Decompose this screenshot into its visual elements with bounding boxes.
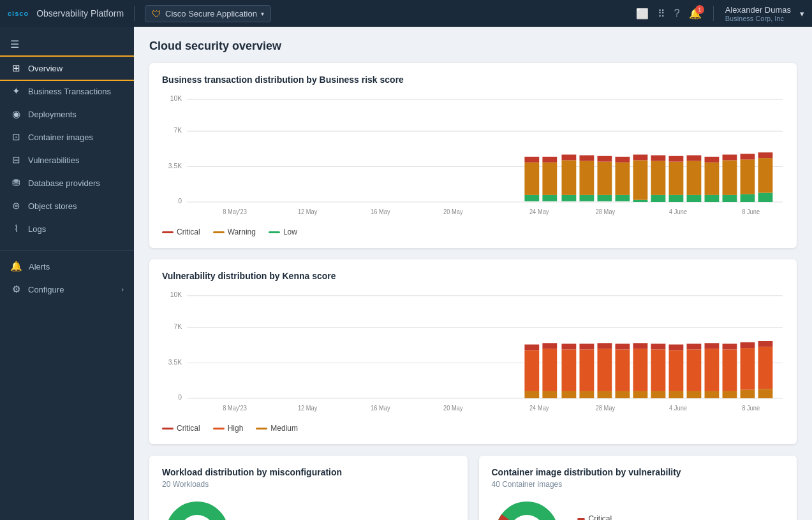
svg-text:0: 0 (178, 197, 182, 205)
business-transactions-icon: ✦ (10, 85, 22, 97)
bell-wrap[interactable]: 🔔 1 (689, 8, 702, 20)
svg-rect-82 (561, 343, 576, 349)
svg-rect-55 (758, 193, 773, 202)
svg-rect-27 (579, 155, 594, 161)
svg-rect-99 (669, 350, 684, 391)
svg-rect-102 (687, 349, 702, 391)
sidebar-label-object-stores: Object stores (28, 201, 77, 211)
svg-rect-52 (741, 194, 755, 202)
svg-rect-113 (758, 389, 773, 398)
low-color (269, 231, 280, 233)
sidebar-label-container-images: Container images (28, 133, 93, 142)
sidebar-item-overview[interactable]: ⊞ Overview (0, 57, 134, 80)
svg-rect-83 (579, 391, 594, 398)
sidebar-item-vulnerabilities[interactable]: ⊟ Vulnerabilities (0, 148, 134, 171)
svg-rect-112 (741, 342, 755, 348)
page-title: Cloud security overview (149, 40, 797, 53)
svg-rect-56 (758, 158, 773, 192)
sidebar-item-container-images[interactable]: ⊡ Container images (0, 126, 134, 148)
svg-text:12 May: 12 May (298, 208, 318, 215)
donut2-card: Container image distribution by vulnerab… (479, 456, 797, 520)
svg-text:0: 0 (178, 393, 182, 401)
sidebar-label-configure: Configure (28, 285, 64, 294)
sidebar-divider (0, 250, 134, 251)
svg-text:8 June: 8 June (742, 208, 760, 215)
svg-rect-87 (598, 349, 612, 391)
svg-rect-86 (598, 391, 612, 398)
svg-rect-40 (669, 195, 684, 202)
svg-rect-88 (598, 343, 612, 349)
sidebar-item-alerts[interactable]: 🔔 Alerts (0, 255, 134, 278)
svg-text:3.5K: 3.5K (168, 161, 182, 169)
svg-rect-75 (524, 350, 539, 391)
apps-icon[interactable]: ⠿ (658, 8, 665, 20)
svg-text:16 May: 16 May (371, 405, 390, 412)
svg-rect-103 (687, 343, 702, 349)
chart2-svg: 10K 7K 3.5K 0 8 May'23 12 May 16 May 20 … (162, 290, 784, 417)
svg-rect-91 (616, 343, 630, 349)
svg-rect-74 (524, 391, 539, 398)
shield-icon: 🛡 (152, 8, 161, 19)
sidebar-label-deployments: Deployments (28, 110, 77, 119)
user-chevron-icon[interactable]: ▾ (800, 9, 804, 18)
user-org: Business Corp, Inc (725, 15, 791, 22)
layout: ☰ ⊞ Overview ✦ Business Transactions ◉ D… (0, 27, 812, 520)
svg-rect-48 (705, 157, 720, 162)
svg-rect-36 (633, 155, 648, 161)
svg-rect-35 (633, 160, 648, 199)
sidebar-item-deployments[interactable]: ◉ Deployments (0, 103, 134, 126)
svg-rect-42 (669, 156, 684, 162)
svg-rect-23 (561, 160, 576, 194)
chart2-legend: Critical High Medium (162, 424, 784, 433)
svg-text:3.5K: 3.5K (168, 358, 182, 365)
help-icon[interactable]: ? (674, 8, 680, 19)
monitor-icon[interactable]: ⬜ (636, 8, 649, 20)
svg-rect-80 (561, 391, 576, 398)
svg-rect-89 (616, 391, 630, 398)
critical2-color (162, 428, 173, 430)
svg-rect-21 (542, 157, 557, 162)
app-selector[interactable]: 🛡 Cisco Secure Application ▾ (145, 5, 271, 22)
main-content: Cloud security overview Business transac… (134, 27, 812, 520)
svg-text:16 May: 16 May (371, 208, 390, 215)
app-name: Cisco Secure Application (165, 9, 257, 18)
svg-rect-85 (579, 343, 594, 349)
svg-rect-101 (687, 391, 702, 398)
svg-rect-90 (616, 349, 630, 391)
hamburger-button[interactable]: ☰ (0, 32, 134, 57)
sidebar-item-business-transactions[interactable]: ✦ Business Transactions (0, 80, 134, 103)
sidebar-item-logs[interactable]: ⌇ Logs (0, 217, 134, 240)
svg-rect-54 (741, 154, 755, 159)
svg-text:24 May: 24 May (529, 208, 549, 215)
donut2-legend-critical-label: Critical (589, 514, 612, 520)
donut2-legend-critical: Critical (577, 514, 617, 520)
svg-rect-111 (741, 348, 755, 390)
donut2-subtitle: 40 Container images (492, 480, 785, 489)
sidebar-item-database-providers[interactable]: ⛃ Database providers (0, 171, 134, 194)
user-menu[interactable]: Alexander Dumas Business Corp, Inc (725, 5, 791, 22)
chart1-svg: 10K 7K 3.5K 0 8 May'23 12 May 16 May 20 … (162, 94, 784, 221)
svg-rect-53 (741, 159, 755, 194)
warning-color (213, 231, 225, 233)
container-images-icon: ⊡ (10, 131, 22, 143)
sidebar-item-object-stores[interactable]: ⊜ Object stores (0, 194, 134, 217)
legend-critical: Critical (162, 227, 200, 236)
svg-rect-106 (705, 343, 720, 349)
svg-rect-20 (542, 162, 557, 195)
svg-rect-26 (579, 161, 594, 195)
legend2-medium-label: Medium (270, 424, 298, 433)
svg-rect-38 (651, 161, 666, 195)
svg-rect-17 (524, 162, 539, 195)
svg-rect-76 (524, 345, 539, 350)
svg-text:8 May'23: 8 May'23 (223, 405, 247, 412)
svg-rect-109 (723, 343, 737, 349)
chevron-down-icon: ▾ (261, 10, 264, 17)
overview-icon: ⊞ (10, 62, 22, 74)
svg-rect-100 (669, 345, 684, 350)
svg-rect-49 (723, 195, 737, 202)
svg-text:4 June: 4 June (669, 208, 687, 215)
donut1-card: Workload distribution by misconfiguratio… (149, 456, 468, 520)
svg-rect-115 (758, 341, 773, 347)
sidebar-item-configure[interactable]: ⚙ Configure › (0, 278, 134, 301)
svg-text:10K: 10K (170, 94, 182, 102)
